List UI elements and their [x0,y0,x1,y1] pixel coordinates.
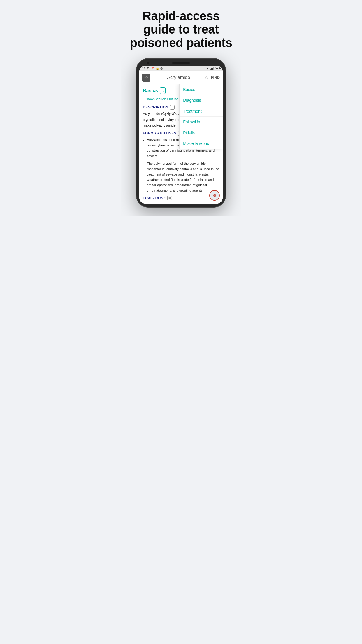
content-area: Basics ⇒ [ Show Section Outline ] DESCRI… [139,84,223,204]
status-bar: 11:21 📍 🔒 ◎ ▼ [139,66,223,71]
lock-icon: 🔒 [156,67,159,70]
wifi-icon: ▼ [206,67,209,70]
signal-bar-3 [212,68,213,70]
status-time: 11:21 [142,67,150,70]
location-icon: 📍 [151,67,154,70]
app-logo: ≡> [142,74,150,82]
forms-uses-header-text: FORMS AND USES [143,131,176,136]
app-logo-text: ≡> [144,76,148,80]
nav-item-miscellaneous[interactable]: Miscellaneous [180,138,223,149]
toxic-dose-header: TOXIC DOSE ⊞ [143,195,219,201]
phone-screen: 11:21 📍 🔒 ◎ ▼ [139,66,223,204]
section-arrow-icon: ⇒ [160,87,166,94]
phone-top-bar [139,62,223,64]
signal-bar-4 [213,67,214,70]
nav-item-basics[interactable]: Basics [180,84,223,95]
description-header-text: DESCRIPTION [143,105,168,110]
circle-icon: ◎ [160,67,163,70]
signal-bar-1 [210,69,211,70]
status-left: 11:21 📍 🔒 ◎ [142,67,163,70]
battery-fill [216,68,218,69]
signal-bars [210,67,214,70]
fab-button[interactable]: ⚙ [209,190,220,201]
nav-item-pitfalls[interactable]: Pitfalls [180,127,223,138]
find-button[interactable]: FIND [211,75,220,80]
nav-item-followup[interactable]: FollowUp [180,117,223,127]
battery-icon [215,67,220,69]
phone-camera [146,62,149,64]
phone-frame: 11:21 📍 🔒 ◎ ▼ [136,58,226,208]
app-topbar-actions: ☆ FIND [205,75,220,80]
section-nav-overlay: Basics Diagnosis Treatment FollowUp Pitf [179,84,223,149]
settings-icon: ⚙ [213,193,217,198]
description-info-icon[interactable]: ⊞ [170,105,175,110]
favorite-button[interactable]: ☆ [205,75,209,80]
app-topbar: ≡> Acrylamide ☆ FIND [139,71,223,84]
list-item: The polymerized form of the acrylamide m… [147,161,219,193]
signal-bar-2 [211,68,212,70]
status-right: ▼ [206,67,220,70]
outline-prefix: [ [143,97,144,101]
nav-item-treatment[interactable]: Treatment [180,106,223,117]
basics-text: Basics [143,87,158,94]
toxic-dose-text: TOXIC DOSE [143,195,166,201]
phone-speaker [172,62,190,64]
page-wrapper: Rapid-access guide to treat poisoned pat… [121,0,241,216]
phone-mockup: 11:21 📍 🔒 ◎ ▼ [121,58,241,217]
show-outline-button[interactable]: Show Section Outline [145,97,178,101]
nav-item-diagnosis[interactable]: Diagnosis [180,95,223,106]
hero-title: Rapid-access guide to treat poisoned pat… [121,0,241,58]
toxic-dose-info-icon[interactable]: ⊞ [167,196,172,200]
app-title: Acrylamide [153,75,205,80]
